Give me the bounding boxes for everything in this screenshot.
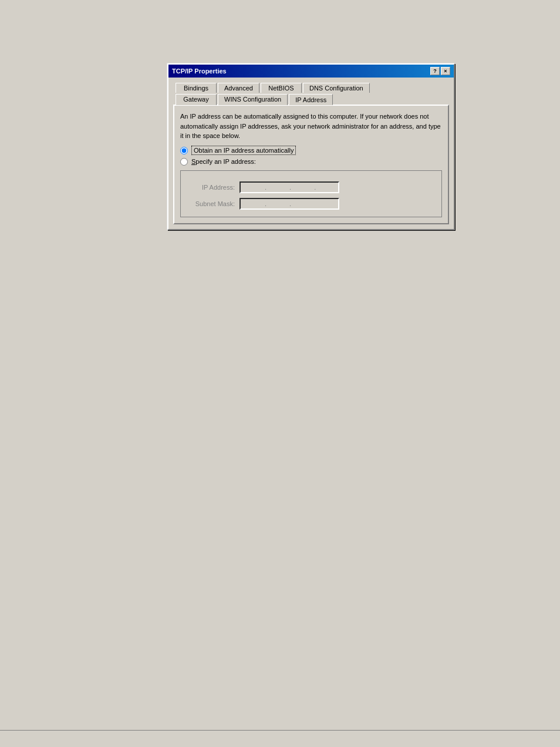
tabs-row-2: Gateway WINS Configuration IP Address xyxy=(173,93,449,105)
subnet-dot-2: . xyxy=(289,200,291,207)
ip-fields-group: IP Address: . . . Subnet Mask: xyxy=(180,170,442,217)
dialog-content: Bindings Advanced NetBIOS DNS Configurat… xyxy=(168,78,454,229)
tab-advanced[interactable]: Advanced xyxy=(218,83,259,93)
subnet-octet-1[interactable] xyxy=(243,200,264,207)
radio-specify-label-text: Specify an IP address: xyxy=(191,158,256,165)
title-bar-buttons: ? × xyxy=(430,67,450,75)
tabs-row-1: Bindings Advanced NetBIOS DNS Configurat… xyxy=(173,82,449,92)
ip-address-label: IP Address: xyxy=(187,184,239,191)
radio-specify[interactable] xyxy=(180,158,188,166)
ip-address-row: IP Address: . . . xyxy=(187,181,436,193)
title-bar: TCP/IP Properties ? × xyxy=(168,65,454,78)
close-button[interactable]: × xyxy=(441,67,450,75)
subnet-mask-input-group: . . xyxy=(239,198,339,210)
tab-gateway[interactable]: Gateway xyxy=(176,94,217,105)
ip-octet-2[interactable] xyxy=(268,184,288,191)
description-text: An IP address can be automatically assig… xyxy=(180,112,442,141)
subnet-mask-label: Subnet Mask: xyxy=(187,200,239,207)
ip-octet-3[interactable] xyxy=(292,184,313,191)
ip-octet-1[interactable] xyxy=(243,184,264,191)
tab-panel: An IP address can be automatically assig… xyxy=(173,105,449,224)
page-divider xyxy=(0,730,560,731)
ip-dot-1: . xyxy=(265,184,266,191)
tab-wins[interactable]: WINS Configuration xyxy=(218,94,288,105)
ip-address-input-group: . . . xyxy=(239,181,339,193)
tab-netbios[interactable]: NetBIOS xyxy=(261,83,302,93)
ip-dot-3: . xyxy=(314,184,316,191)
dialog-title: TCP/IP Properties xyxy=(172,68,227,75)
tcp-ip-dialog: TCP/IP Properties ? × Bindings Advanced … xyxy=(167,63,455,230)
tab-bindings[interactable]: Bindings xyxy=(176,83,217,93)
radio-group: Obtain an IP address automatically Speci… xyxy=(180,147,442,166)
subnet-mask-row: Subnet Mask: . . xyxy=(187,198,436,210)
ip-dot-2: . xyxy=(289,184,291,191)
tabs-container: Bindings Advanced NetBIOS DNS Configurat… xyxy=(173,82,449,105)
radio-specify-option: Specify an IP address: xyxy=(180,158,442,166)
radio-auto-option: Obtain an IP address automatically xyxy=(180,147,442,154)
subnet-octet-3[interactable] xyxy=(292,200,313,207)
radio-auto-label[interactable]: Obtain an IP address automatically xyxy=(191,147,296,154)
radio-auto-label-text: Obtain an IP address automatically xyxy=(191,146,296,155)
ip-octet-4[interactable] xyxy=(317,184,338,191)
radio-auto[interactable] xyxy=(180,147,188,154)
radio-specify-label[interactable]: Specify an IP address: xyxy=(191,158,256,165)
tab-dns[interactable]: DNS Configuration xyxy=(303,83,370,93)
subnet-octet-2[interactable] xyxy=(268,200,288,207)
subnet-dot-1: . xyxy=(265,200,266,207)
help-button[interactable]: ? xyxy=(430,67,440,75)
tab-ip-address[interactable]: IP Address xyxy=(289,94,333,105)
